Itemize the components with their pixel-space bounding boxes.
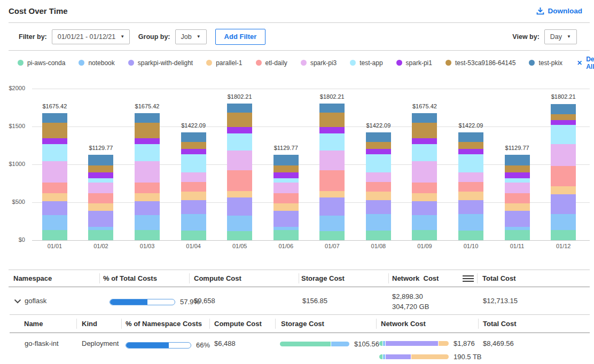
deselect-all-button[interactable]: ✕ Deselect All <box>577 56 594 70</box>
download-button[interactable]: Download <box>536 7 583 15</box>
bar-segment-test-app[interactable] <box>88 178 113 183</box>
namespace-row-goflask[interactable]: goflask 57.9% $9,658 $156.85 $2,898.30 3… <box>0 287 594 314</box>
view-by-select[interactable]: Day ▼ <box>544 29 577 44</box>
bar-segment-spark-pi3[interactable] <box>505 183 530 193</box>
stacked-bar-01/08[interactable] <box>366 132 391 240</box>
bar-segment-sparkpi-with-delight[interactable] <box>319 197 345 216</box>
legend-item-pi-aws-conda[interactable]: pi-aws-conda <box>18 59 65 67</box>
bar-segment-sparkpi-with-delight[interactable] <box>412 201 437 215</box>
bar-segment-spark-pi1[interactable] <box>458 149 483 154</box>
bar-segment-spark-pi3[interactable] <box>551 144 576 166</box>
bar-segment-test-53ca9186-64145[interactable] <box>273 165 299 172</box>
bar-segment-sparkpi-with-delight[interactable] <box>227 197 252 216</box>
bar-segment-spark-pi3[interactable] <box>458 172 483 182</box>
bar-segment-etl-daily[interactable] <box>319 170 345 191</box>
stacked-bar-01/05[interactable] <box>227 104 252 240</box>
bar-segment-sparkpi-with-delight[interactable] <box>273 211 299 227</box>
bar-segment-pi-aws-conda[interactable] <box>551 230 576 240</box>
bar-segment-test-53ca9186-64145[interactable] <box>42 123 67 138</box>
bar-segment-test-app[interactable] <box>135 144 160 161</box>
bar-segment-pi-aws-conda[interactable] <box>227 231 252 240</box>
bar-segment-sparkpi-with-delight[interactable] <box>366 200 391 214</box>
bar-segment-parallel-1[interactable] <box>319 191 345 197</box>
bar-segment-spark-pi1[interactable] <box>319 127 345 133</box>
bar-segment-test-app[interactable] <box>227 133 252 151</box>
bar-segment-notebook[interactable] <box>135 215 160 230</box>
bar-segment-etl-daily[interactable] <box>366 182 391 192</box>
bar-segment-test-pkix[interactable] <box>88 155 113 165</box>
bar-segment-test-53ca9186-64145[interactable] <box>181 142 206 149</box>
bar-segment-spark-pi3[interactable] <box>319 151 345 171</box>
bar-segment-parallel-1[interactable] <box>505 203 530 211</box>
bar-segment-etl-daily[interactable] <box>42 183 67 193</box>
bar-segment-etl-daily[interactable] <box>135 183 160 193</box>
bar-segment-test-53ca9186-64145[interactable] <box>366 142 391 149</box>
bar-segment-pi-aws-conda[interactable] <box>505 230 530 240</box>
bar-segment-test-53ca9186-64145[interactable] <box>319 113 345 127</box>
bar-segment-test-app[interactable] <box>551 125 576 144</box>
stacked-bar-01/11[interactable] <box>505 155 530 240</box>
stacked-bar-01/02[interactable] <box>88 155 113 240</box>
bar-segment-test-pkix[interactable] <box>319 104 345 113</box>
stacked-bar-01/03[interactable] <box>135 113 160 240</box>
bar-segment-test-pkix[interactable] <box>412 113 437 123</box>
bar-segment-test-app[interactable] <box>458 154 483 172</box>
bar-segment-etl-daily[interactable] <box>412 183 437 193</box>
bar-segment-parallel-1[interactable] <box>366 192 391 200</box>
bar-segment-parallel-1[interactable] <box>551 186 576 194</box>
bar-segment-spark-pi3[interactable] <box>135 161 160 182</box>
legend-item-spark-pi3[interactable]: spark-pi3 <box>301 59 337 67</box>
stacked-bar-01/10[interactable] <box>458 132 483 240</box>
bar-segment-parallel-1[interactable] <box>88 203 113 211</box>
bar-segment-test-app[interactable] <box>319 133 345 151</box>
bar-segment-notebook[interactable] <box>458 214 483 231</box>
bar-segment-notebook[interactable] <box>181 214 206 231</box>
bar-segment-pi-aws-conda[interactable] <box>181 231 206 240</box>
bar-segment-test-53ca9186-64145[interactable] <box>505 165 530 172</box>
bar-segment-spark-pi1[interactable] <box>505 172 530 179</box>
bar-segment-sparkpi-with-delight[interactable] <box>505 211 530 227</box>
bar-segment-etl-daily[interactable] <box>181 182 206 192</box>
bar-segment-parallel-1[interactable] <box>458 192 483 200</box>
legend-item-etl-daily[interactable]: etl-daily <box>256 59 287 67</box>
bar-segment-parallel-1[interactable] <box>135 193 160 201</box>
bar-segment-pi-aws-conda[interactable] <box>319 231 345 240</box>
bar-segment-etl-daily[interactable] <box>505 193 530 203</box>
stacked-bar-01/09[interactable] <box>412 113 437 240</box>
legend-item-test-pkix[interactable]: test-pkix <box>529 59 562 67</box>
bar-segment-test-app[interactable] <box>505 178 530 183</box>
legend-item-test-app[interactable]: test-app <box>350 59 382 67</box>
bar-segment-spark-pi1[interactable] <box>273 172 299 179</box>
bar-segment-test-app[interactable] <box>273 178 299 183</box>
bar-segment-test-pkix[interactable] <box>273 155 299 165</box>
bar-segment-spark-pi1[interactable] <box>366 149 391 154</box>
bar-segment-spark-pi1[interactable] <box>551 120 576 125</box>
bar-segment-parallel-1[interactable] <box>412 193 437 201</box>
bar-segment-notebook[interactable] <box>412 215 437 230</box>
stacked-bar-01/01[interactable] <box>42 113 67 240</box>
bar-segment-test-app[interactable] <box>366 154 391 172</box>
add-filter-button[interactable]: Add Filter <box>215 29 266 45</box>
bar-segment-test-pkix[interactable] <box>135 113 160 123</box>
bar-segment-test-app[interactable] <box>42 144 67 161</box>
bar-segment-notebook[interactable] <box>227 216 252 232</box>
bar-segment-etl-daily[interactable] <box>273 193 299 203</box>
bar-segment-sparkpi-with-delight[interactable] <box>42 201 67 215</box>
bar-segment-test-pkix[interactable] <box>458 132 483 142</box>
bar-segment-parallel-1[interactable] <box>273 203 299 211</box>
bar-segment-spark-pi1[interactable] <box>181 149 206 154</box>
bar-segment-spark-pi3[interactable] <box>88 183 113 193</box>
bar-segment-spark-pi1[interactable] <box>42 138 67 144</box>
bar-segment-test-53ca9186-64145[interactable] <box>412 123 437 138</box>
bar-segment-pi-aws-conda[interactable] <box>412 230 437 240</box>
bar-segment-spark-pi1[interactable] <box>227 127 252 133</box>
stacked-bar-01/12[interactable] <box>551 104 576 241</box>
bar-segment-sparkpi-with-delight[interactable] <box>181 200 206 214</box>
bar-segment-pi-aws-conda[interactable] <box>458 231 483 240</box>
bar-segment-spark-pi3[interactable] <box>227 151 252 171</box>
chevron-down-icon[interactable] <box>14 299 21 304</box>
bar-segment-test-app[interactable] <box>412 144 437 161</box>
bar-segment-spark-pi1[interactable] <box>88 172 113 179</box>
bar-segment-spark-pi3[interactable] <box>273 183 299 193</box>
bar-segment-sparkpi-with-delight[interactable] <box>88 211 113 227</box>
